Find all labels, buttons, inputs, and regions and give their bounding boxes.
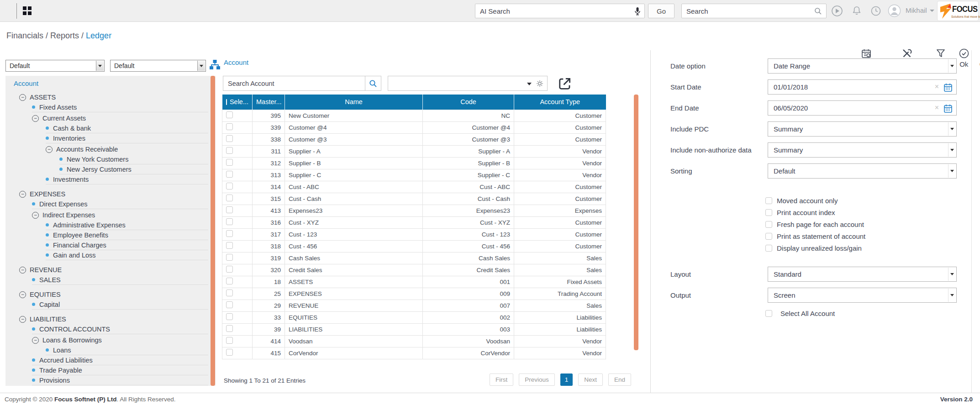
- row-checkbox[interactable]: [226, 147, 233, 154]
- tree-item[interactable]: CONTROL ACCOUNTS: [32, 324, 208, 334]
- row-checkbox[interactable]: [226, 278, 233, 284]
- table-row[interactable]: 395New CustomerNCCustomer: [222, 110, 606, 121]
- calendar-icon[interactable]: [943, 83, 953, 94]
- row-checkbox[interactable]: [226, 313, 233, 320]
- table-row[interactable]: 25EXPENSES009Trading Account: [222, 288, 606, 300]
- col-header-code[interactable]: Code: [423, 95, 514, 110]
- option-checkbox[interactable]: [765, 197, 772, 204]
- row-checkbox[interactable]: [226, 337, 233, 344]
- select-input[interactable]: Screen: [768, 288, 957, 303]
- tree-item[interactable]: Provisions: [32, 375, 208, 385]
- row-checkbox[interactable]: [226, 289, 233, 296]
- row-checkbox[interactable]: [226, 266, 233, 273]
- collapse-minus-icon[interactable]: −: [32, 212, 39, 219]
- tree-item[interactable]: Financial Charges: [46, 240, 208, 250]
- table-row[interactable]: 313Supplier - CSupplier - CVendor: [222, 169, 606, 181]
- option-checkbox[interactable]: [765, 209, 772, 216]
- table-row[interactable]: 317Cust - 123Cust - 123Customer: [222, 228, 606, 240]
- collapse-minus-icon[interactable]: −: [19, 316, 26, 323]
- hierarchy-tree-icon[interactable]: [209, 59, 221, 70]
- tree-item[interactable]: −LIABILITIES: [19, 314, 208, 324]
- option-row[interactable]: Print account index: [765, 206, 865, 218]
- tree-item[interactable]: −EQUITIES: [19, 289, 208, 300]
- table-row[interactable]: 312Supplier - BSupplier - BVendor: [222, 157, 606, 169]
- calendar-icon[interactable]: [943, 104, 953, 115]
- select-input[interactable]: Date Range: [768, 58, 957, 74]
- table-row[interactable]: 316Cust - XYZCust - XYZCustomer: [222, 216, 606, 228]
- row-checkbox[interactable]: [226, 159, 233, 166]
- collapse-minus-icon[interactable]: −: [19, 267, 26, 274]
- dropdown-button[interactable]: [948, 59, 956, 73]
- collapse-minus-icon[interactable]: −: [32, 337, 39, 344]
- col-header-account-type[interactable]: Account Type: [514, 95, 606, 110]
- user-avatar[interactable]: [888, 4, 901, 17]
- tree-item[interactable]: Investments: [46, 174, 208, 184]
- go-button[interactable]: Go: [648, 4, 674, 18]
- tree-item[interactable]: −Accounts Receivable: [46, 144, 208, 154]
- tree-item[interactable]: Loans: [46, 345, 208, 355]
- option-checkbox[interactable]: [765, 233, 772, 240]
- tree-item[interactable]: Fixed Assets: [32, 102, 208, 112]
- table-row[interactable]: 413Expenses23Expenses23Expenses: [222, 205, 606, 216]
- tree-item[interactable]: New York Customers: [59, 154, 208, 164]
- gear-icon[interactable]: [536, 80, 543, 87]
- export-icon[interactable]: [558, 77, 572, 90]
- row-checkbox[interactable]: [226, 195, 233, 201]
- user-menu-caret-icon[interactable]: [930, 10, 934, 12]
- row-checkbox[interactable]: [226, 111, 233, 118]
- mic-icon[interactable]: [634, 7, 641, 16]
- tree-item[interactable]: Direct Expenses: [32, 199, 208, 209]
- quick-search-input[interactable]: [682, 4, 826, 18]
- option-row[interactable]: Display unrealized loss/gain: [765, 242, 865, 254]
- option-row[interactable]: Print as statement of account: [765, 230, 865, 242]
- clear-icon[interactable]: ×: [935, 83, 939, 91]
- option-row[interactable]: Moved account only: [765, 195, 865, 206]
- table-row[interactable]: 320Credit SalesCredit SalesSales: [222, 264, 606, 276]
- tree-item[interactable]: Employee Benefits: [46, 230, 208, 240]
- table-row[interactable]: 29REVENUE007Sales: [222, 300, 606, 311]
- table-scrollbar[interactable]: [634, 95, 638, 350]
- tree-item[interactable]: −REVENUE: [19, 265, 208, 275]
- row-checkbox[interactable]: [226, 254, 233, 261]
- row-checkbox[interactable]: [226, 171, 233, 178]
- col-header-master[interactable]: Master...: [253, 95, 285, 110]
- collapse-minus-icon[interactable]: −: [32, 115, 39, 122]
- col-header-name[interactable]: Name: [285, 95, 423, 110]
- row-checkbox[interactable]: [226, 301, 233, 308]
- page-button-1[interactable]: 1: [560, 373, 573, 386]
- tree-title-link[interactable]: Account: [14, 79, 38, 87]
- collapse-minus-icon[interactable]: −: [46, 146, 53, 153]
- select-input[interactable]: Default: [768, 163, 957, 179]
- tree-item[interactable]: Cash & bank: [46, 123, 208, 133]
- tree-item[interactable]: −EXPENSES: [19, 189, 208, 199]
- table-row[interactable]: 414VoodsanVoodsanVendor: [222, 335, 606, 347]
- play-icon[interactable]: [831, 5, 843, 17]
- table-row[interactable]: 315Cust - CashCust - CashCustomer: [222, 193, 606, 205]
- option-checkbox[interactable]: [765, 245, 772, 252]
- tree-item[interactable]: −Current Assets: [32, 113, 208, 123]
- tree-item[interactable]: SALES: [32, 275, 208, 285]
- account-search-input[interactable]: [223, 76, 365, 90]
- dropdown-button[interactable]: [948, 143, 956, 157]
- tree-item[interactable]: New Jersy Customers: [59, 164, 208, 174]
- tree-item[interactable]: Administrative Expenses: [46, 220, 208, 230]
- tree-item[interactable]: Trade Payable: [32, 365, 208, 375]
- select-input[interactable]: Summary: [768, 142, 957, 158]
- table-row[interactable]: 319Cash SalesCash SalesSales: [222, 252, 606, 264]
- table-row[interactable]: 318Cust - 456Cust - 456Customer: [222, 240, 606, 252]
- focus-logo[interactable]: FOCUS Solutions that move business: [937, 1, 979, 21]
- page-button-first[interactable]: First: [490, 373, 513, 386]
- dropdown-button[interactable]: [948, 164, 956, 178]
- dropdown-button[interactable]: [948, 268, 956, 281]
- row-checkbox[interactable]: [226, 349, 233, 356]
- tree-item[interactable]: Inventories: [46, 133, 208, 143]
- dropdown-button[interactable]: [948, 122, 956, 136]
- collapse-minus-icon[interactable]: −: [19, 291, 26, 298]
- tree-scrollbar[interactable]: [211, 76, 215, 386]
- search-icon[interactable]: [814, 7, 822, 15]
- dropdown-button[interactable]: [197, 61, 205, 71]
- table-row[interactable]: 18ASSETS001Fixed Assets: [222, 276, 606, 288]
- row-checkbox[interactable]: [226, 123, 233, 130]
- table-row[interactable]: 415CorVendorCorVendorVendor: [222, 347, 606, 359]
- page-button-next[interactable]: Next: [578, 373, 603, 386]
